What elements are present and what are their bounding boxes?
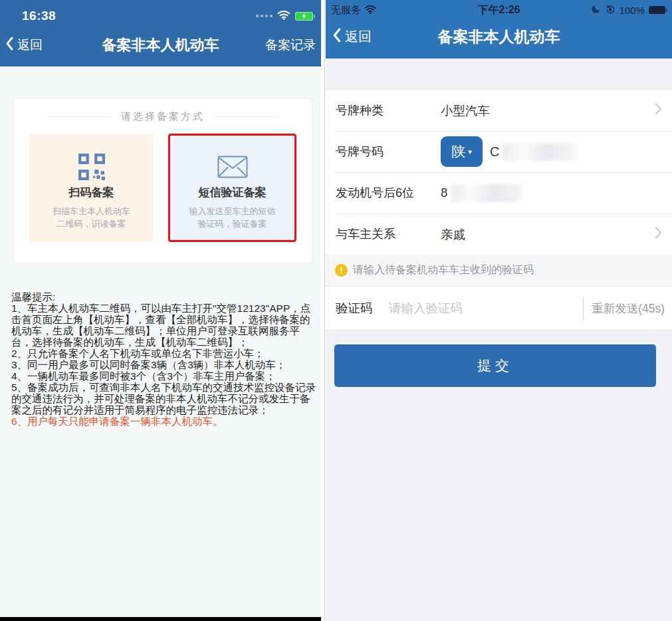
verification-code-input[interactable] bbox=[389, 301, 579, 316]
field-label: 与车主关系 bbox=[336, 226, 441, 242]
chevron-right-icon bbox=[655, 103, 662, 118]
battery-icon bbox=[649, 6, 665, 14]
tip-item-2: 2、只允许备案个人名下机动车或单位名下非营运小车； bbox=[11, 348, 318, 359]
method-select-card: 请选择备案方式 扫码备案 bbox=[13, 98, 312, 263]
engine-number-visible: 8 bbox=[441, 186, 447, 200]
scrollbar-gutter[interactable] bbox=[321, 0, 326, 621]
field-label: 号牌种类 bbox=[336, 102, 441, 118]
battery-charging-icon bbox=[295, 12, 313, 21]
left-status-bar: 16:38 bbox=[0, 0, 321, 27]
right-page-title: 备案非本人机动车 bbox=[326, 27, 672, 47]
envelope-icon bbox=[170, 152, 294, 182]
tips-block: 温馨提示: 1、车主本人机动车二维码，可以由车主打开"交管12123"APP，点… bbox=[11, 291, 318, 427]
field-label: 号牌号码 bbox=[336, 144, 441, 160]
left-nav-bar: 返回 备案非本人机动车 备案记录 bbox=[0, 27, 321, 64]
row-engine-number: 发动机号后6位 8 bbox=[326, 172, 672, 213]
back-chevron-icon bbox=[5, 37, 13, 54]
field-label: 发动机号后6位 bbox=[336, 185, 441, 201]
option-description: 扫描车主本人机动车 二维码，识读备案 bbox=[29, 205, 154, 230]
option-scan-register[interactable]: 扫码备案 扫描车主本人机动车 二维码，识读备案 bbox=[29, 134, 154, 242]
right-back-label: 返回 bbox=[345, 28, 372, 46]
chevron-right-icon bbox=[655, 227, 662, 242]
submit-button[interactable]: 提交 bbox=[334, 344, 656, 387]
warning-icon: ! bbox=[335, 264, 348, 277]
tip-item-1: 1、车主本人机动车二维码，可以由车主打开"交管12123"APP，点击首页面左上… bbox=[11, 303, 318, 348]
back-chevron-icon bbox=[332, 28, 341, 46]
right-status-bar: 无服务 下午2:26 bbox=[326, 0, 672, 17]
option-title: 短信验证备案 bbox=[170, 185, 294, 200]
verification-code-row: 验证码 重新发送(45s) bbox=[326, 287, 672, 330]
field-value: 小型汽车 bbox=[441, 102, 490, 119]
orientation-lock-icon bbox=[605, 4, 616, 17]
tips-heading: 温馨提示: bbox=[11, 291, 318, 303]
right-phone-screen: 无服务 下午2:26 bbox=[326, 0, 672, 621]
bottom-black-bar bbox=[0, 617, 321, 621]
province-label: 陕 bbox=[451, 142, 465, 161]
province-dropdown-button[interactable]: 陕 ▾ bbox=[441, 136, 483, 167]
moon-icon bbox=[591, 4, 601, 16]
right-back-button[interactable]: 返回 bbox=[332, 28, 372, 46]
verification-hint-text: 请输入待备案机动车车主收到的验证码 bbox=[353, 263, 534, 277]
vertical-divider bbox=[583, 297, 584, 320]
row-plate-type[interactable]: 号牌种类 小型汽车 bbox=[326, 90, 672, 131]
right-header: 无服务 下午2:26 bbox=[326, 0, 672, 59]
tip-item-3: 3、同一用户最多可以同时备案3辆（含3辆）非本人机动车； bbox=[11, 359, 318, 370]
card-title-row: 请选择备案方式 bbox=[14, 110, 312, 123]
registration-form: 号牌种类 小型汽车 号牌号码 陕 ▾ C 发动机号后6位 8 bbox=[326, 89, 672, 255]
option-sms-register-selected[interactable]: 短信验证备案 输入发送至车主的短信 验证码，验证备案 bbox=[168, 134, 296, 242]
left-back-button[interactable]: 返回 bbox=[5, 37, 43, 54]
battery-percent-label: 100% bbox=[619, 5, 645, 16]
qr-code-icon bbox=[29, 152, 154, 182]
plate-number-visible: C bbox=[490, 144, 499, 160]
field-value: 亲戚 bbox=[441, 226, 465, 243]
records-link[interactable]: 备案记录 bbox=[265, 37, 316, 54]
code-label: 验证码 bbox=[336, 300, 389, 316]
card-title: 请选择备案方式 bbox=[121, 110, 205, 123]
resend-countdown-button[interactable]: 重新发送(45s) bbox=[592, 301, 672, 316]
dropdown-arrow-icon: ▾ bbox=[468, 148, 472, 156]
left-phone-screen: 16:38 bbox=[0, 0, 321, 621]
row-owner-relation[interactable]: 与车主关系 亲戚 bbox=[326, 213, 672, 255]
right-nav-bar: 返回 备案非本人机动车 bbox=[326, 17, 672, 56]
wifi-icon bbox=[277, 10, 290, 23]
left-back-label: 返回 bbox=[17, 37, 43, 54]
left-header: 16:38 bbox=[0, 0, 321, 66]
verification-hint-strip: ! 请输入待备案机动车车主收到的验证码 bbox=[326, 255, 672, 287]
screen: 16:38 bbox=[0, 0, 672, 621]
row-plate-number: 号牌号码 陕 ▾ C bbox=[326, 131, 672, 172]
tip-item-6-highlighted: 6、用户每天只能申请备案一辆非本人机动车。 bbox=[11, 416, 318, 427]
masked-engine-number bbox=[451, 184, 522, 202]
left-status-time: 16:38 bbox=[22, 9, 56, 23]
tip-item-4: 4、一辆机动车最多同时被3个（含3个）非车主用户备案； bbox=[11, 370, 318, 382]
masked-plate-number bbox=[503, 143, 576, 161]
divider-line bbox=[215, 116, 279, 117]
divider-line bbox=[47, 116, 111, 117]
tip-item-5: 5、备案成功后，可查询非本人名下机动车的交通技术监控设备记录的交通违法行为，并可… bbox=[11, 382, 318, 416]
option-title: 扫码备案 bbox=[29, 185, 154, 200]
signal-dots-icon bbox=[256, 15, 273, 17]
option-description: 输入发送至车主的短信 验证码，验证备案 bbox=[170, 205, 294, 230]
